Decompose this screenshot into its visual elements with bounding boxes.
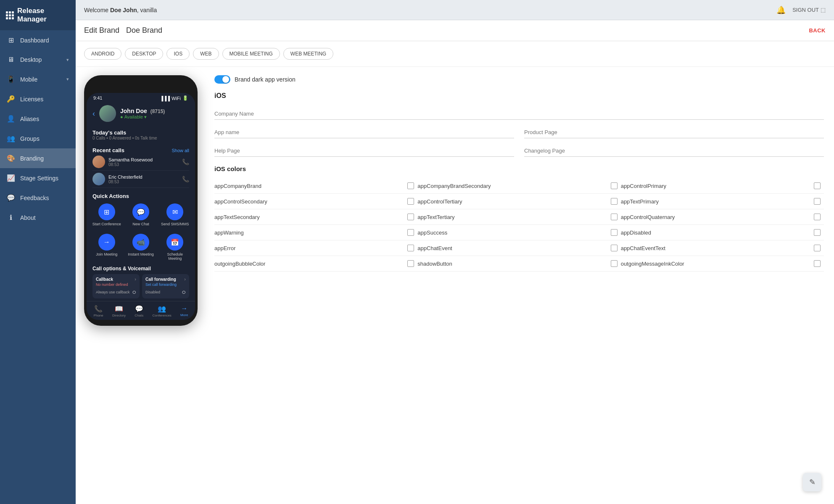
color-label: appCompanyBrand: [214, 183, 404, 189]
call-missed-icon: 📞: [182, 176, 189, 182]
color-item-appCompanyBrandSecondary: appCompanyBrandSecondary: [417, 178, 620, 194]
sidebar-item-about[interactable]: ℹ About: [0, 208, 76, 227]
schedule-meeting-button[interactable]: 📅 Schedule Meeting: [159, 231, 191, 263]
tab-ios[interactable]: IOS: [166, 48, 190, 60]
phone-nav-phone-icon: 📞: [94, 305, 103, 313]
color-checkbox[interactable]: [814, 229, 821, 236]
call-time: 08:53: [108, 162, 179, 167]
sidebar-item-branding[interactable]: 🎨 Branding: [0, 148, 76, 168]
dark-mode-toggle[interactable]: [214, 75, 230, 84]
phone-nav-chats-icon: 💬: [135, 305, 143, 313]
sidebar-item-mobile[interactable]: 📱 Mobile ▾: [0, 69, 76, 89]
sidebar-item-feedbacks[interactable]: 💬 Feedbacks: [0, 188, 76, 208]
tab-desktop[interactable]: DESKTOP: [125, 48, 163, 60]
color-checkbox[interactable]: [407, 214, 414, 220]
new-chat-button[interactable]: 💬 New Chat: [125, 201, 156, 229]
start-conference-button[interactable]: ⊞ Start Conference: [91, 201, 122, 229]
content-area: Edit Brand Doe Brand BACK ANDROID DESKTO…: [76, 20, 834, 504]
brand-name: Doe Brand: [126, 26, 162, 35]
phone-screen: 9:41 ▐▐▐ WiFi 🔋 ‹: [87, 93, 195, 320]
about-icon: ℹ: [7, 214, 15, 222]
tab-web[interactable]: WEB: [193, 48, 219, 60]
color-checkbox[interactable]: [407, 229, 414, 236]
send-sms-button[interactable]: ✉ Send SMS/MMS: [159, 201, 191, 229]
instant-meeting-icon: 📹: [132, 234, 149, 251]
color-label: outgoingMessageInkColor: [621, 261, 810, 267]
product-page-input[interactable]: [524, 127, 824, 138]
color-checkbox[interactable]: [814, 260, 821, 267]
desktop-icon: 🖥: [7, 56, 15, 63]
back-button[interactable]: BACK: [809, 27, 826, 34]
topbar: Welcome Doe John, vanilla 🔔 SIGN OUT ⬚: [76, 0, 834, 20]
color-label: appCompanyBrandSecondary: [417, 183, 607, 189]
callback-arrow-icon: ›: [135, 277, 136, 282]
instant-meeting-button[interactable]: 📹 Instant Meeting: [125, 231, 156, 263]
color-checkbox[interactable]: [611, 198, 618, 205]
sidebar-item-groups[interactable]: 👥 Groups: [0, 129, 76, 148]
call-forwarding-header: Call forwarding ›: [145, 277, 186, 282]
color-checkbox[interactable]: [611, 245, 618, 251]
sidebar-item-desktop[interactable]: 🖥 Desktop ▾: [0, 50, 76, 69]
color-checkbox[interactable]: [814, 198, 821, 205]
join-meeting-label: Join Meeting: [96, 252, 117, 256]
app-grid-icon: [6, 11, 14, 19]
sidebar-nav: ⊞ Dashboard 🖥 Desktop ▾ 📱 Mobile ▾ 🔑 Lic…: [0, 30, 76, 504]
welcome-prefix: Welcome: [84, 7, 110, 13]
phone-back-icon[interactable]: ‹: [92, 109, 95, 118]
sidebar-item-licenses[interactable]: 🔑 Licenses: [0, 89, 76, 109]
changelog-page-input[interactable]: [524, 145, 824, 157]
join-meeting-button[interactable]: → Join Meeting: [91, 231, 122, 263]
color-checkbox[interactable]: [611, 229, 618, 236]
signout-button[interactable]: SIGN OUT ⬚: [792, 7, 826, 13]
calls-stat: 0 Calls • 0 Answered • 0s Talk time: [92, 136, 189, 140]
call-item: Samantha Rosewood 08:53 📞: [92, 153, 189, 171]
phone-nav-chats[interactable]: 💬 Chats: [135, 305, 143, 317]
forwarding-toggle[interactable]: ○: [182, 288, 186, 296]
phone-nav-directory[interactable]: 📖 Directory: [112, 305, 126, 317]
tab-android[interactable]: ANDROID: [84, 48, 121, 60]
caller-name: Eric Chesterfield: [108, 174, 179, 179]
color-checkbox[interactable]: [611, 214, 618, 220]
color-item-appWarning: appWarning: [214, 225, 417, 240]
fab-button[interactable]: ✎: [803, 473, 821, 491]
help-page-input[interactable]: [214, 145, 514, 157]
notification-bell-icon[interactable]: 🔔: [776, 5, 786, 15]
phone-nav-phone[interactable]: 📞 Phone: [94, 305, 103, 317]
call-forwarding-box: Call forwarding › Set call forwarding Di…: [142, 274, 189, 298]
sidebar-item-aliases[interactable]: 👤 Aliases: [0, 109, 76, 129]
call-options-title: Call options & Voicemail: [92, 266, 189, 272]
show-all-link[interactable]: Show all: [172, 148, 189, 153]
color-label: appChatEventText: [621, 245, 810, 251]
sidebar-item-dashboard[interactable]: ⊞ Dashboard: [0, 30, 76, 50]
tab-mobile-meeting[interactable]: MOBILE MEETING: [222, 48, 280, 60]
chevron-down-icon: ▾: [66, 77, 69, 82]
color-checkbox[interactable]: [407, 182, 414, 189]
phone-nav-more[interactable]: → More: [180, 305, 188, 317]
phone-nav-conferences[interactable]: 👥 Conferences: [152, 305, 171, 317]
call-avatar: [92, 156, 105, 168]
phone-nav-more-label: More: [180, 313, 188, 317]
call-forwarding-arrow-icon: ›: [184, 277, 186, 282]
callback-footer: Always use callback ○: [96, 288, 136, 296]
color-checkbox[interactable]: [407, 260, 414, 267]
company-name-input[interactable]: [214, 108, 824, 120]
page-header: Edit Brand Doe Brand BACK: [76, 20, 834, 41]
tab-web-meeting[interactable]: WEB MEETING: [283, 48, 333, 60]
color-checkbox[interactable]: [611, 260, 618, 267]
color-label: appControlPrimary: [621, 183, 810, 189]
color-checkbox[interactable]: [407, 198, 414, 205]
mobile-icon: 📱: [7, 75, 15, 83]
color-checkbox[interactable]: [611, 182, 618, 189]
sidebar-app-name: Release Manager: [17, 7, 70, 24]
phone-nav-phone-label: Phone: [94, 314, 103, 317]
color-checkbox[interactable]: [814, 214, 821, 220]
app-name-input[interactable]: [214, 127, 514, 138]
sidebar-item-stage-settings[interactable]: 📈 Stage Settings: [0, 168, 76, 188]
color-label: shadowButton: [417, 261, 607, 267]
recent-calls-header: Recent calls Show all: [92, 147, 189, 153]
color-item-outgoingBubbleColor: outgoingBubbleColor: [214, 256, 417, 272]
color-checkbox[interactable]: [814, 182, 821, 189]
callback-toggle[interactable]: ○: [132, 288, 136, 296]
color-checkbox[interactable]: [407, 245, 414, 251]
color-checkbox[interactable]: [814, 245, 821, 251]
